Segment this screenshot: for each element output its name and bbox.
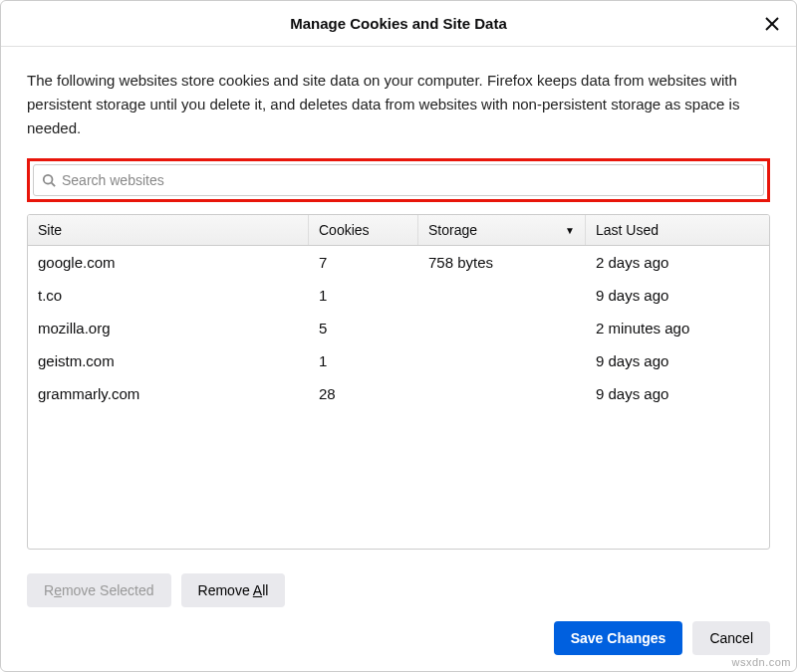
cell-storage xyxy=(418,383,586,404)
table-row[interactable]: mozilla.org52 minutes ago xyxy=(28,312,769,344)
dialog-content: The following websites store cookies and… xyxy=(1,47,796,560)
cell-last_used: 9 days ago xyxy=(586,285,769,306)
dialog-titlebar: Manage Cookies and Site Data xyxy=(1,1,796,47)
column-header-cookies[interactable]: Cookies xyxy=(309,215,418,245)
svg-point-2 xyxy=(44,175,53,184)
cell-site: google.com xyxy=(28,252,309,273)
remove-selected-button[interactable]: Remove Selected xyxy=(27,573,171,607)
table-row[interactable]: geistm.com19 days ago xyxy=(28,344,769,377)
table-row[interactable]: t.co19 days ago xyxy=(28,279,769,312)
cell-last_used: 9 days ago xyxy=(586,350,769,371)
sites-table: Site Cookies Storage▼ Last Used google.c… xyxy=(27,214,770,550)
cell-site: t.co xyxy=(28,285,309,306)
search-icon xyxy=(42,173,56,187)
save-changes-button[interactable]: Save Changes xyxy=(554,621,683,655)
cancel-button[interactable]: Cancel xyxy=(692,621,770,655)
table-body: google.com7758 bytes2 days agot.co19 day… xyxy=(28,246,769,549)
column-header-site[interactable]: Site xyxy=(28,215,309,245)
svg-line-3 xyxy=(52,183,56,187)
cell-storage xyxy=(418,318,586,338)
table-header: Site Cookies Storage▼ Last Used xyxy=(28,215,769,246)
cell-site: geistm.com xyxy=(28,350,309,371)
cell-cookies: 1 xyxy=(309,350,418,371)
manage-cookies-dialog: Manage Cookies and Site Data The followi… xyxy=(0,0,797,672)
close-icon xyxy=(764,16,780,32)
cell-cookies: 5 xyxy=(309,318,418,338)
search-input[interactable] xyxy=(62,172,755,188)
search-highlight-box xyxy=(27,158,770,202)
cell-storage xyxy=(418,350,586,371)
close-button[interactable] xyxy=(762,14,782,34)
table-row[interactable]: grammarly.com289 days ago xyxy=(28,377,769,410)
cell-cookies: 7 xyxy=(309,252,418,273)
search-field[interactable] xyxy=(33,164,764,196)
column-header-last-used[interactable]: Last Used xyxy=(586,215,769,245)
cell-cookies: 1 xyxy=(309,285,418,306)
cell-storage xyxy=(418,285,586,306)
cell-cookies: 28 xyxy=(309,383,418,404)
watermark: wsxdn.com xyxy=(731,656,791,668)
table-row[interactable]: google.com7758 bytes2 days ago xyxy=(28,246,769,279)
cell-storage: 758 bytes xyxy=(418,252,586,273)
dialog-title: Manage Cookies and Site Data xyxy=(290,15,507,32)
cell-last_used: 9 days ago xyxy=(586,383,769,404)
column-header-storage[interactable]: Storage▼ xyxy=(418,215,586,245)
cell-site: mozilla.org xyxy=(28,318,309,338)
dialog-description: The following websites store cookies and… xyxy=(27,69,770,140)
cell-last_used: 2 minutes ago xyxy=(586,318,769,338)
footer-right: Save Changes Cancel xyxy=(1,613,796,671)
remove-all-button[interactable]: Remove All xyxy=(181,573,286,607)
sort-desc-icon: ▼ xyxy=(565,225,575,236)
cell-last_used: 2 days ago xyxy=(586,252,769,273)
cell-site: grammarly.com xyxy=(28,383,309,404)
footer-left: Remove Selected Remove All xyxy=(1,560,796,613)
